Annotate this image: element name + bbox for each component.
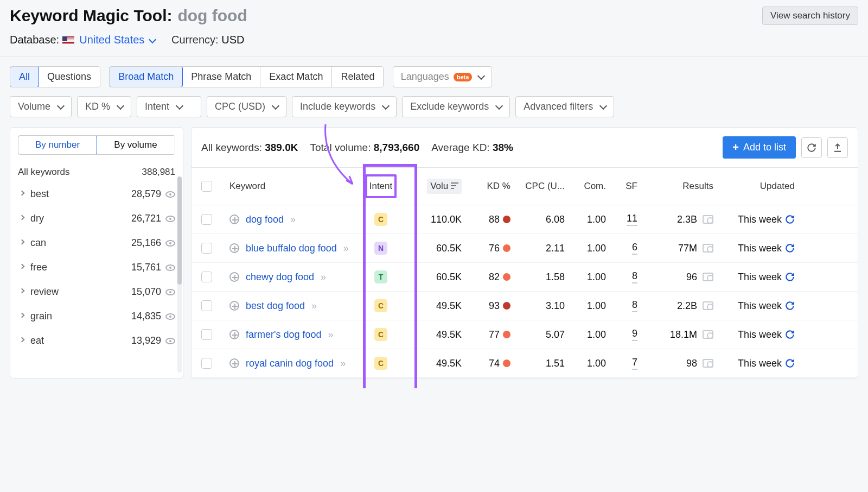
row-checkbox[interactable] <box>201 243 212 254</box>
tab-phrase-match[interactable]: Phrase Match <box>182 67 260 87</box>
serp-icon[interactable] <box>703 215 713 224</box>
filter-include-keywords[interactable]: Include keywords <box>292 96 397 117</box>
cpc-cell: 5.07 <box>510 329 565 340</box>
filter-cpc[interactable]: CPC (USD) <box>207 96 286 117</box>
sort-desc-icon <box>451 182 458 189</box>
double-chevron-icon[interactable]: » <box>321 272 324 283</box>
sidebar-item[interactable]: grain14,835 <box>10 304 183 329</box>
expand-icon[interactable] <box>229 358 239 368</box>
col-com[interactable]: Com. <box>565 181 606 192</box>
view-search-history-button[interactable]: View search history <box>762 7 858 25</box>
col-intent[interactable]: Intent <box>354 174 407 198</box>
col-kd[interactable]: KD % <box>462 181 510 192</box>
keyword-link[interactable]: blue buffalo dog food <box>246 243 337 254</box>
database-selector[interactable]: Database: United States <box>10 34 155 46</box>
expand-icon[interactable] <box>229 272 239 282</box>
table-header: Keyword Intent Volu KD % CPC (U... Com. … <box>192 168 858 205</box>
keyword-link[interactable]: farmer's dog food <box>246 329 322 340</box>
sidebar-item[interactable]: best28,579 <box>10 182 183 206</box>
chevron-down-icon <box>117 102 124 109</box>
sidebar-item[interactable]: free15,761 <box>10 255 183 280</box>
row-checkbox[interactable] <box>201 300 212 311</box>
col-cpc[interactable]: CPC (U... <box>510 181 565 192</box>
row-checkbox[interactable] <box>201 272 212 282</box>
sidebar-all-keywords-row[interactable]: All keywords 388,981 <box>10 162 183 182</box>
eye-icon[interactable] <box>165 191 175 198</box>
col-sf[interactable]: SF <box>606 181 637 192</box>
eye-icon[interactable] <box>165 264 175 271</box>
select-all-checkbox[interactable] <box>201 181 212 192</box>
double-chevron-icon[interactable]: » <box>328 329 331 340</box>
expand-icon[interactable] <box>229 243 239 253</box>
expand-icon[interactable] <box>229 215 239 224</box>
filter-volume[interactable]: Volume <box>10 96 72 117</box>
database-value: United States <box>79 34 144 46</box>
double-chevron-icon[interactable]: » <box>340 358 343 369</box>
double-chevron-icon[interactable]: » <box>343 243 347 254</box>
serp-icon[interactable] <box>703 359 713 368</box>
serp-icon[interactable] <box>703 330 713 339</box>
tab-broad-match[interactable]: Broad Match <box>109 66 183 87</box>
sidebar-item[interactable]: eat13,929 <box>10 329 183 353</box>
languages-dropdown[interactable]: Languages beta <box>393 66 493 87</box>
kd-dot-icon <box>503 331 510 338</box>
refresh-icon[interactable] <box>785 358 795 368</box>
eye-icon[interactable] <box>165 289 175 295</box>
row-checkbox[interactable] <box>201 214 212 225</box>
tab-exact-match[interactable]: Exact Match <box>260 67 332 87</box>
scrollbar-thumb[interactable] <box>177 176 182 285</box>
double-chevron-icon[interactable]: » <box>290 214 293 225</box>
sort-by-number[interactable]: By number <box>18 135 97 155</box>
refresh-icon[interactable] <box>785 301 795 311</box>
keyword-link[interactable]: best dog food <box>246 300 305 312</box>
refresh-icon[interactable] <box>785 272 795 282</box>
keyword-link[interactable]: royal canin dog food <box>246 358 334 369</box>
sort-by-volume[interactable]: By volume <box>97 136 175 154</box>
serp-icon[interactable] <box>703 301 713 310</box>
tab-related[interactable]: Related <box>332 67 383 87</box>
col-updated[interactable]: Updated <box>713 181 795 192</box>
row-checkbox[interactable] <box>201 329 212 340</box>
sidebar-item[interactable]: dry26,721 <box>10 206 183 231</box>
tab-questions[interactable]: Questions <box>39 67 100 87</box>
filter-exclude-keywords[interactable]: Exclude keywords <box>402 96 510 117</box>
sidebar-item-count: 28,579 <box>131 188 161 200</box>
chevron-down-icon <box>149 36 156 43</box>
refresh-icon[interactable] <box>785 330 795 339</box>
eye-icon[interactable] <box>165 216 175 222</box>
keyword-link[interactable]: chewy dog food <box>246 272 314 283</box>
add-to-list-button[interactable]: +Add to list <box>723 136 796 159</box>
volume-cell: 60.5K <box>407 272 462 283</box>
export-button[interactable] <box>827 137 848 158</box>
eye-icon[interactable] <box>165 338 175 344</box>
sidebar-item[interactable]: can25,166 <box>10 231 183 255</box>
table-row: farmer's dog food» C 49.5K 77 5.07 1.00 … <box>192 320 858 349</box>
sidebar-item-term: eat <box>30 335 44 346</box>
us-flag-icon <box>62 36 74 45</box>
serp-icon[interactable] <box>703 273 713 281</box>
refresh-button[interactable] <box>801 137 822 158</box>
col-keyword[interactable]: Keyword <box>229 181 354 192</box>
eye-icon[interactable] <box>165 240 175 247</box>
expand-icon[interactable] <box>229 301 239 311</box>
col-volume[interactable]: Volu <box>407 179 462 194</box>
sidebar-item[interactable]: review15,070 <box>10 280 183 304</box>
sidebar-item-term: best <box>30 188 49 200</box>
filter-kd[interactable]: KD % <box>77 96 131 117</box>
tab-all[interactable]: All <box>10 66 39 87</box>
expand-icon[interactable] <box>229 330 239 339</box>
refresh-icon[interactable] <box>785 215 795 224</box>
keyword-link[interactable]: dog food <box>246 214 284 225</box>
col-results[interactable]: Results <box>637 181 713 192</box>
cpc-cell: 6.08 <box>510 214 565 225</box>
filter-advanced[interactable]: Advanced filters <box>515 96 614 117</box>
row-checkbox[interactable] <box>201 358 212 369</box>
sidebar-scrollbar[interactable] <box>177 176 182 373</box>
refresh-icon[interactable] <box>785 243 795 253</box>
serp-icon[interactable] <box>703 244 713 253</box>
page-title-query: dog food <box>177 7 247 25</box>
filter-intent[interactable]: Intent <box>137 96 201 117</box>
match-segmented-control: Broad Match Phrase Match Exact Match Rel… <box>109 66 384 87</box>
eye-icon[interactable] <box>165 313 175 320</box>
double-chevron-icon[interactable]: » <box>311 300 315 312</box>
